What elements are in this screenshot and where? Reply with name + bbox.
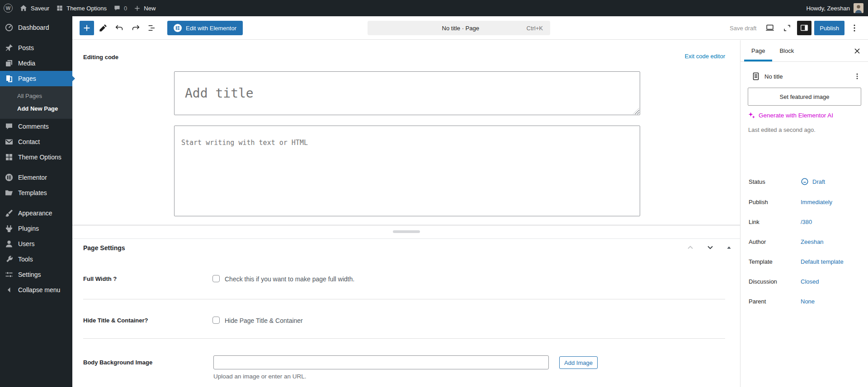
envelope-icon bbox=[5, 137, 14, 146]
kebab-menu-icon bbox=[853, 72, 861, 80]
post-content-textarea[interactable] bbox=[174, 126, 640, 216]
wrench-icon bbox=[5, 255, 14, 264]
sidebar-item-contact[interactable]: Contact bbox=[0, 134, 72, 149]
dashboard-icon bbox=[5, 23, 14, 32]
preview-button[interactable] bbox=[763, 21, 777, 35]
summary-row-parent: Parent None bbox=[741, 297, 868, 306]
wordpress-menu[interactable]: W bbox=[4, 4, 13, 13]
undo-button[interactable] bbox=[112, 21, 127, 35]
admin-bar-theme-options[interactable]: Theme Options bbox=[56, 5, 107, 12]
exit-code-editor-link[interactable]: Exit code editor bbox=[684, 53, 725, 60]
last-edited-text: Last edited a second ago. bbox=[748, 126, 816, 133]
sidebar-item-elementor[interactable]: Elementor bbox=[0, 170, 72, 185]
list-view-icon bbox=[147, 23, 157, 33]
site-name: Saveur bbox=[31, 5, 49, 12]
sidebar-item-theme-options[interactable]: Theme Options bbox=[0, 149, 72, 165]
block-inserter-button[interactable] bbox=[80, 21, 94, 35]
howdy-label: Howdy, Zeeshan bbox=[806, 5, 850, 12]
full-width-checkbox[interactable] bbox=[212, 275, 220, 282]
sidebar-item-settings[interactable]: Settings bbox=[0, 267, 72, 282]
plugin-icon bbox=[5, 224, 14, 233]
template-value[interactable]: Default template bbox=[801, 258, 844, 265]
settings-sidebar: Page Block No title Set featured image G… bbox=[740, 40, 868, 387]
admin-bar-new[interactable]: New bbox=[134, 5, 156, 12]
collapse-arrow-icon bbox=[5, 285, 14, 294]
editor-content-area: Editing code Exit code editor Page Setti… bbox=[72, 40, 740, 387]
discussion-value[interactable]: Closed bbox=[801, 278, 819, 285]
sidebar-item-templates[interactable]: Templates bbox=[0, 185, 72, 200]
post-title-wrapper bbox=[174, 71, 640, 115]
draft-status-icon bbox=[801, 177, 809, 186]
summary-row-link: Link /380 bbox=[741, 217, 868, 226]
status-value[interactable]: Draft bbox=[801, 177, 825, 186]
chevron-up-icon bbox=[686, 243, 694, 252]
plus-icon bbox=[134, 5, 141, 12]
metabox-controls bbox=[685, 242, 733, 252]
tab-block[interactable]: Block bbox=[772, 40, 801, 61]
editing-mode-label: Editing code bbox=[83, 54, 118, 61]
page-settings-title: Page Settings bbox=[83, 244, 125, 252]
grid-icon bbox=[56, 5, 63, 12]
full-width-checkbox-label: Check this if you want to make page full… bbox=[225, 275, 354, 283]
document-summary-row: No title bbox=[741, 68, 868, 84]
submenu-all-pages[interactable]: All Pages bbox=[0, 89, 72, 102]
collapse-menu-button[interactable]: Collapse menu bbox=[0, 282, 72, 298]
command-palette[interactable]: No title · Page Ctrl+K bbox=[368, 21, 550, 35]
body-background-url-input[interactable] bbox=[213, 355, 549, 369]
row-divider bbox=[83, 338, 725, 339]
current-menu-arrow bbox=[71, 75, 79, 82]
post-title-textarea[interactable] bbox=[174, 71, 640, 115]
generate-with-elementor-ai-button[interactable]: Generate with Elementor AI bbox=[748, 112, 833, 119]
publish-date-value[interactable]: Immediately bbox=[801, 199, 832, 205]
publish-button[interactable]: Publish bbox=[814, 21, 844, 35]
elementor-icon bbox=[5, 173, 14, 182]
redo-button[interactable] bbox=[128, 21, 143, 35]
author-value[interactable]: Zeeshan bbox=[801, 238, 824, 245]
sidebar-item-tools[interactable]: Tools bbox=[0, 252, 72, 267]
sidebar-item-pages[interactable]: Pages bbox=[0, 71, 72, 86]
save-draft-button[interactable]: Save draft bbox=[726, 22, 760, 34]
sidebar-item-dashboard[interactable]: Dashboard bbox=[0, 20, 72, 35]
redo-icon bbox=[131, 23, 141, 33]
hide-title-checkbox[interactable] bbox=[212, 317, 220, 324]
sidebar-item-comments[interactable]: Comments bbox=[0, 119, 72, 134]
sidebar-item-plugins[interactable]: Plugins bbox=[0, 221, 72, 236]
edit-mode-button[interactable] bbox=[96, 21, 110, 35]
admin-bar-comments[interactable]: 0 bbox=[113, 5, 127, 12]
submenu-add-new-page[interactable]: Add New Page bbox=[0, 102, 72, 115]
edit-with-elementor-button[interactable]: Edit with Elementor bbox=[167, 21, 243, 35]
set-featured-image-button[interactable]: Set featured image bbox=[748, 88, 861, 106]
chevron-down-icon bbox=[706, 243, 714, 252]
body-background-label: Body Background Image bbox=[83, 359, 152, 366]
new-label: New bbox=[144, 5, 156, 12]
sidebar-item-users[interactable]: Users bbox=[0, 236, 72, 252]
metabox-toggle-button[interactable] bbox=[725, 244, 733, 252]
fullscreen-button[interactable] bbox=[780, 21, 794, 35]
account-menu[interactable]: Howdy, Zeeshan bbox=[806, 3, 863, 13]
user-icon bbox=[5, 239, 14, 248]
document-title: No title bbox=[764, 73, 783, 80]
close-settings-button[interactable] bbox=[850, 44, 864, 58]
document-title-command: No title · Page bbox=[368, 25, 527, 32]
sidebar-item-appearance[interactable]: Appearance bbox=[0, 205, 72, 221]
grid-icon bbox=[5, 153, 14, 162]
link-value[interactable]: /380 bbox=[801, 219, 812, 225]
metabox-move-down-button[interactable] bbox=[705, 242, 715, 252]
sidebar-item-posts[interactable]: Posts bbox=[0, 40, 72, 56]
parent-value[interactable]: None bbox=[801, 298, 815, 305]
metabox-resize-handle[interactable] bbox=[393, 230, 420, 233]
metabox-move-up-button[interactable] bbox=[685, 242, 695, 252]
page-actions-menu-button[interactable] bbox=[851, 70, 863, 83]
close-icon bbox=[853, 47, 862, 56]
sidebar-item-media[interactable]: Media bbox=[0, 56, 72, 71]
metabox-pane-top-border bbox=[72, 225, 740, 225]
tab-page[interactable]: Page bbox=[744, 40, 772, 61]
options-menu-button[interactable] bbox=[847, 21, 862, 35]
settings-sidebar-toggle[interactable] bbox=[797, 21, 811, 35]
avatar bbox=[854, 3, 863, 13]
row-divider bbox=[83, 299, 725, 299]
add-image-button[interactable]: Add Image bbox=[559, 356, 598, 369]
list-view-button[interactable] bbox=[145, 21, 159, 35]
site-name-link[interactable]: Saveur bbox=[19, 4, 49, 12]
laptop-icon bbox=[765, 23, 775, 33]
